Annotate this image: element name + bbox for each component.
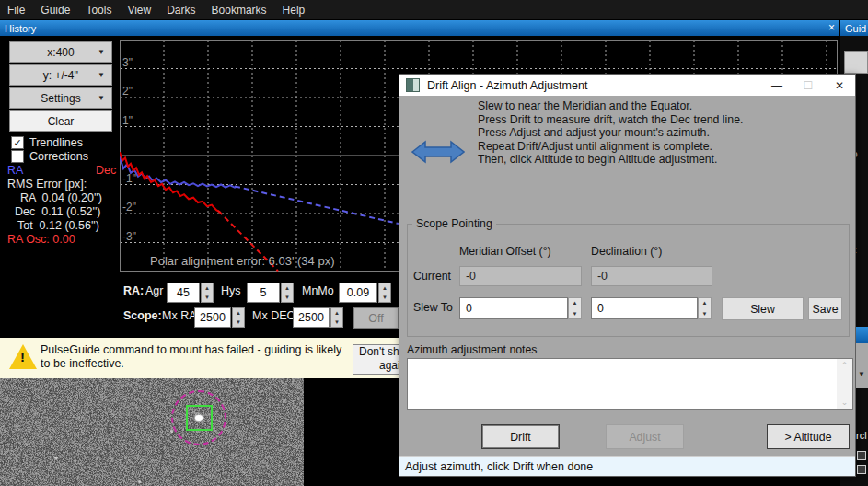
- spin-down-icon[interactable]: ▼: [702, 311, 708, 317]
- corrections-checkbox[interactable]: [11, 150, 24, 163]
- altitude-button[interactable]: > Altitude: [767, 424, 850, 449]
- ra-osc-value: RA Osc: 0.00: [7, 233, 75, 246]
- menu-darks[interactable]: Darks: [167, 4, 195, 17]
- faint-star: [170, 430, 173, 433]
- partial-text: rcl: [856, 430, 868, 445]
- hys-input[interactable]: 5: [247, 283, 280, 303]
- slew-meridian-input[interactable]: 0: [459, 297, 568, 319]
- agr-input[interactable]: 45: [167, 283, 200, 303]
- spin-up-icon[interactable]: ▲: [702, 300, 708, 306]
- mxra-label: Mx RA: [162, 309, 197, 322]
- dropdown-sliver: ▼: [856, 343, 868, 388]
- notes-label: Azimuth adjustment notes: [407, 343, 538, 356]
- faint-star: [54, 457, 58, 459]
- hys-label: Hys: [221, 284, 241, 297]
- warning-text: PulseGuide command to mount has failed -…: [41, 343, 349, 371]
- instruction-line: Repeat Drift/Adjust until alignment is c…: [478, 140, 743, 154]
- spin-down-icon[interactable]: ▼: [236, 319, 241, 325]
- faint-star: [138, 480, 141, 483]
- current-declination-field: -0: [591, 266, 712, 286]
- scope-controls-label: Scope:: [123, 309, 162, 322]
- textarea-scrollbar[interactable]: ⌃ ⌄: [837, 359, 852, 409]
- save-button[interactable]: Save: [808, 297, 842, 320]
- guide-panel-button[interactable]: [844, 51, 868, 74]
- spin-down-icon[interactable]: ▼: [382, 295, 388, 300]
- menu-view[interactable]: View: [127, 4, 151, 17]
- declination-header: Declination (°): [591, 245, 662, 258]
- mnmo-spinner[interactable]: ▲▼: [378, 283, 391, 303]
- meridian-offset-header: Meridian Offset (°): [459, 245, 551, 258]
- spin-up-icon[interactable]: ▲: [573, 300, 578, 306]
- instruction-line: Press Adjust and adjust your mount's azi…: [478, 126, 743, 140]
- settings-dropdown[interactable]: Settings ▼: [9, 87, 112, 109]
- mnmo-input[interactable]: 0.09: [339, 283, 377, 303]
- scroll-down-icon[interactable]: ⌄: [841, 398, 849, 407]
- history-titlebar[interactable]: History ×: [0, 20, 839, 36]
- clear-label: Clear: [48, 115, 75, 128]
- y-scale-dropdown[interactable]: y: +/-4'' ▼: [9, 64, 112, 86]
- y-tick-label: 2": [122, 85, 133, 98]
- guide-camera-image[interactable]: [0, 378, 304, 486]
- trendlines-checkbox-row[interactable]: ✓ Trendlines: [11, 136, 83, 149]
- menu-tools[interactable]: Tools: [86, 4, 111, 17]
- drift-button[interactable]: Drift: [481, 424, 560, 449]
- y-tick-label: 3": [122, 56, 133, 69]
- spin-up-icon[interactable]: ▲: [236, 310, 241, 316]
- off-button[interactable]: Off: [353, 307, 399, 329]
- menu-bookmarks[interactable]: Bookmarks: [212, 4, 267, 17]
- trendlines-checkbox[interactable]: ✓: [11, 136, 24, 149]
- x-scale-label: x:400: [47, 46, 74, 59]
- spin-down-icon[interactable]: ▼: [334, 319, 340, 325]
- y-scale-label: y: +/-4'': [43, 69, 78, 82]
- scope-pointing-title: Scope Pointing: [412, 217, 496, 230]
- guide-star: [195, 415, 203, 421]
- mxra-spinner[interactable]: ▲▼: [232, 307, 245, 328]
- minimize-button[interactable]: —: [761, 75, 793, 96]
- mxra-input[interactable]: 2500: [194, 307, 231, 328]
- rms-tot-value: Tot 0.12 (0.56''): [17, 219, 99, 232]
- agr-spinner[interactable]: ▲▼: [201, 283, 214, 303]
- menu-bar: FileGuideToolsViewDarksBookmarksHelp: [0, 0, 868, 19]
- mxdec-spinner[interactable]: ▲▼: [330, 307, 343, 328]
- spin-down-icon[interactable]: ▼: [284, 295, 290, 300]
- mxdec-input[interactable]: 2500: [293, 307, 330, 328]
- hys-spinner[interactable]: ▲▼: [281, 283, 294, 303]
- guide-panel-title: Guid: [845, 23, 866, 34]
- mnmo-label: MnMo: [302, 284, 334, 297]
- menu-guide[interactable]: Guide: [41, 4, 70, 17]
- azimuth-arrow-icon: [411, 139, 465, 165]
- clear-button[interactable]: Clear: [9, 110, 112, 132]
- chevron-down-icon: ▼: [98, 94, 105, 102]
- app-icon: [406, 78, 420, 92]
- slew-meridian-spinner[interactable]: ▲▼: [568, 297, 582, 319]
- menu-help[interactable]: Help: [283, 4, 306, 17]
- menu-file[interactable]: File: [7, 4, 25, 17]
- checkbox-icon[interactable]: [857, 465, 866, 474]
- ra-controls-label: RA:: [123, 284, 144, 297]
- spin-down-icon[interactable]: ▼: [573, 311, 578, 317]
- azimuth-notes-textarea[interactable]: ⌃ ⌄: [407, 358, 853, 410]
- spin-up-icon[interactable]: ▲: [284, 285, 290, 291]
- spin-up-icon[interactable]: ▲: [382, 285, 388, 291]
- checkbox-icon[interactable]: [857, 451, 866, 460]
- close-button[interactable]: ✕: [824, 75, 855, 96]
- spin-down-icon[interactable]: ▼: [204, 295, 210, 300]
- x-scale-dropdown[interactable]: x:400 ▼: [9, 41, 112, 63]
- chevron-down-icon: ▼: [98, 71, 105, 79]
- dialog-titlebar[interactable]: Drift Align - Azimuth Adjustment — ☐ ✕: [399, 75, 855, 96]
- rms-dec-value: Dec 0.11 (0.52''): [15, 205, 100, 218]
- rms-ra-value: RA 0.04 (0.20''): [20, 191, 102, 204]
- history-close-icon[interactable]: ×: [828, 23, 835, 33]
- slew-button[interactable]: Slew: [722, 297, 804, 320]
- spin-up-icon[interactable]: ▲: [334, 310, 340, 316]
- corrections-label: Corrections: [29, 150, 88, 163]
- scroll-up-icon[interactable]: ⌃: [841, 361, 849, 370]
- warning-exclamation: !: [20, 349, 25, 364]
- slew-to-row-label: Slew To: [413, 301, 453, 314]
- spin-up-icon[interactable]: ▲: [204, 285, 210, 291]
- corrections-checkbox-row[interactable]: Corrections: [11, 150, 88, 163]
- y-tick-label: -2": [122, 201, 136, 214]
- slew-declination-input[interactable]: 0: [591, 297, 698, 319]
- dialog-title: Drift Align - Azimuth Adjustment: [427, 79, 587, 92]
- slew-declination-spinner[interactable]: ▲▼: [698, 297, 712, 319]
